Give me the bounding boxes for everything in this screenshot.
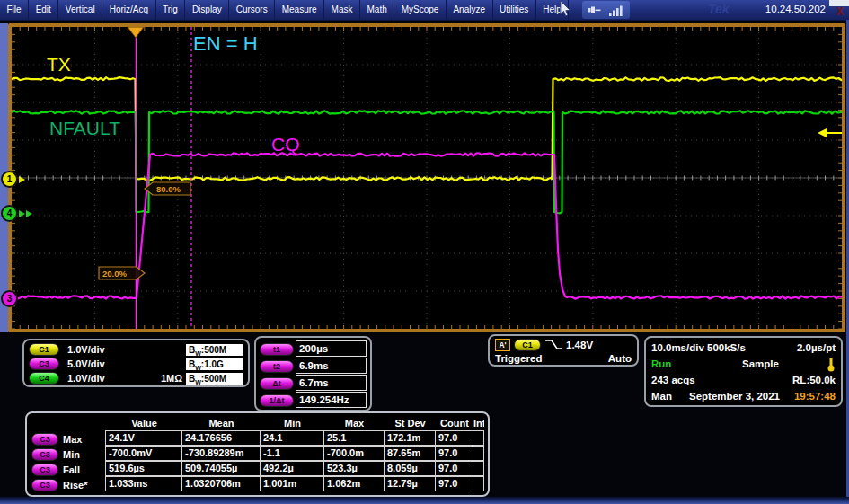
meas-name: Max	[63, 434, 82, 445]
waveform-plot: 80.0%20.0%TXNFAULTCQEN = H	[12, 27, 842, 329]
run-state[interactable]: Run	[651, 358, 694, 369]
meas-cell: -700.0m	[323, 446, 385, 461]
menu-bar: FileEditVerticalHoriz/AcqTrigDisplayCurs…	[0, 0, 849, 21]
channel-badge[interactable]: C1	[29, 343, 59, 356]
channel-scale-panel: C11.0V/divBW:500MC35.0V/divBW:1.0GC41.0V…	[22, 339, 250, 387]
bandwidth-box[interactable]: BW:500M	[186, 373, 243, 385]
acq-row-count: 243 acqs RL:50.0k	[651, 372, 836, 388]
cursor-value: 149.254Hz	[296, 392, 367, 408]
oscilloscope-screen: FileEditVerticalHoriz/AcqTrigDisplayCurs…	[0, 0, 849, 504]
meas-cell: 25.1	[323, 430, 385, 446]
menu-measure[interactable]: Measure	[275, 0, 324, 20]
acq-row-date: Man September 3, 2021 19:57:48	[651, 388, 836, 404]
thermometer-icon	[827, 357, 836, 372]
menu-horiz-acq[interactable]: Horiz/Acq	[102, 0, 155, 20]
meas-cell: 1.001m	[260, 476, 324, 491]
meas-header-cell: St Dev	[385, 416, 436, 431]
trigger-source-badge[interactable]: A'	[495, 339, 510, 351]
falling-edge-icon	[544, 339, 562, 350]
meas-name: Min	[63, 449, 80, 460]
meas-cell	[473, 446, 484, 461]
cursor-badge[interactable]: 1/Δt	[260, 394, 294, 407]
channel-scale: 1.0V/div	[67, 373, 105, 384]
bandwidth-box[interactable]: BW:500M	[186, 344, 243, 356]
meas-cell: -730.89289m	[181, 446, 261, 461]
meas-source-badge[interactable]: C3	[31, 479, 58, 491]
menu-vertical[interactable]: Vertical	[58, 0, 102, 20]
cursor-row: t26.9ms	[260, 358, 367, 375]
trigger-status: Triggered	[495, 353, 542, 364]
menu-trig[interactable]: Trig	[156, 0, 186, 20]
ref-level-tag: 80.0%	[145, 182, 190, 195]
meas-source-badge[interactable]: C3	[31, 464, 58, 476]
trigger-position-marker[interactable]	[128, 27, 144, 38]
menu-utilities[interactable]: Utilities	[493, 0, 536, 20]
svg-text:20.0%: 20.0%	[102, 269, 127, 279]
menu-items: FileEditVerticalHoriz/AcqTrigDisplayCurs…	[0, 0, 569, 20]
meas-name: Fall	[63, 464, 80, 475]
channel-marker-4[interactable]: 4	[1, 205, 32, 222]
menu-myscope[interactable]: MyScope	[394, 0, 447, 20]
menu-file[interactable]: File	[0, 0, 29, 20]
waveform-display: 80.0%20.0%TXNFAULTCQEN = H	[8, 23, 845, 332]
channel-impedance: 1MΩ	[161, 373, 182, 384]
cursor-badge[interactable]: t2	[260, 360, 294, 373]
channel-row: C11.0V/divBW:500M	[29, 342, 243, 357]
channel-marker-circle: 4	[1, 205, 18, 222]
meas-header-cell: Value	[106, 416, 182, 431]
meas-row: C3Fall519.6µs509.74055µ492.2µ523.3µ8.059…	[31, 462, 484, 477]
channel-marker-circle: 3	[1, 290, 18, 307]
close-button[interactable]: X	[836, 6, 844, 17]
meas-row-label: C3Rise*	[31, 477, 106, 492]
meas-source-badge[interactable]: C3	[31, 433, 58, 446]
channel-marker-1[interactable]: 1	[1, 171, 25, 188]
meas-header-cell	[31, 416, 106, 431]
cursor-badge[interactable]: Δt	[260, 377, 294, 390]
sample-resolution: 2.0µs/pt	[797, 342, 836, 353]
cursor-badge[interactable]: t1	[260, 343, 294, 356]
trigger-row-status: Triggered Auto	[495, 351, 632, 365]
waveform-label-cq: CQ	[271, 134, 300, 155]
menu-math[interactable]: Math	[360, 0, 394, 20]
channel-marker-arrow	[26, 210, 32, 217]
meas-cell	[473, 461, 484, 476]
window-frame-bottom	[0, 497, 849, 504]
meas-cell: 24.1	[260, 430, 324, 446]
signal-bars-icon	[608, 4, 624, 16]
cursor-readout-panel: t1200µst26.9msΔt6.7ms1/Δt149.254Hz	[254, 336, 372, 411]
ref-level-tag: 20.0%	[99, 267, 145, 279]
menu-analyze[interactable]: Analyze	[447, 0, 493, 20]
acq-row-timebase: 10.0ms/div 500kS/s 2.0µs/pt	[651, 340, 836, 356]
meas-row: C3Max24.1V24.17665624.125.1172.1m97.0	[31, 431, 484, 447]
menu-edit[interactable]: Edit	[29, 0, 58, 20]
menu-display[interactable]: Display	[185, 0, 229, 20]
meas-cell: 1.033ms	[105, 476, 182, 491]
meas-cell: 97.0	[435, 461, 473, 476]
menu-cursors[interactable]: Cursors	[229, 0, 275, 20]
cursor-value: 6.9ms	[296, 358, 367, 374]
acq-row-state: Run Sample	[651, 356, 836, 372]
svg-text:80.0%: 80.0%	[156, 184, 181, 194]
meas-source-badge[interactable]: C3	[31, 448, 58, 461]
meas-cell: 97.0	[435, 476, 473, 491]
bandwidth-box[interactable]: BW:1.0G	[186, 358, 243, 370]
meas-cell: 172.1m	[384, 430, 436, 446]
acq-mode: Sample	[694, 358, 827, 369]
meas-cell: 12.79µ	[384, 476, 436, 491]
channel-marker-3[interactable]: 3	[1, 290, 18, 307]
pin-icon	[588, 4, 602, 15]
menu-mask[interactable]: Mask	[324, 0, 360, 20]
meas-cell: -700.0mV	[105, 446, 182, 461]
trigger-mode[interactable]: Auto	[608, 353, 632, 364]
meas-row-label: C3Max	[31, 431, 106, 447]
trigger-level-arrow[interactable]	[818, 128, 827, 138]
trigger-channel-badge[interactable]: C1	[514, 339, 541, 351]
meas-cell: 509.74055µ	[181, 461, 261, 476]
channel-row: C41.0V/div1MΩBW:500M	[29, 371, 243, 385]
acquisition-panel: 10.0ms/div 500kS/s 2.0µs/pt Run Sample 2…	[644, 336, 843, 407]
channel-badge[interactable]: C3	[29, 358, 59, 370]
nav-mode: Man	[651, 391, 689, 402]
channel-badge[interactable]: C4	[29, 372, 59, 385]
cursor-row: Δt6.7ms	[260, 375, 367, 392]
cursor-value: 6.7ms	[296, 375, 367, 391]
